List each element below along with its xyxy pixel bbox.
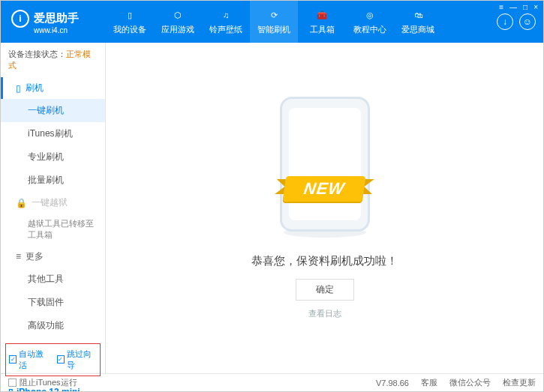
top-nav: ▯我的设备⬡应用游戏♫铃声壁纸⟳智能刷机🧰工具箱◎教程中心🛍爱思商城 bbox=[106, 1, 497, 43]
service-link[interactable]: 客服 bbox=[421, 377, 437, 388]
nav-toolbox[interactable]: 🧰工具箱 bbox=[298, 1, 346, 43]
block-itunes-checkbox[interactable]: 阻止iTunes运行 bbox=[8, 377, 77, 388]
sidebar-item-more-2[interactable]: 高级功能 bbox=[1, 314, 105, 337]
nav-label: 工具箱 bbox=[310, 24, 335, 35]
app-title: 爱思助手 bbox=[34, 11, 79, 25]
download-icon[interactable]: ↓ bbox=[497, 13, 513, 30]
window-controls: ≡ — □ × bbox=[499, 3, 538, 11]
skip-guide-checkbox[interactable]: ✓跳过向导 bbox=[57, 349, 98, 371]
jailbreak-note: 越狱工具已转移至 工具箱 bbox=[1, 214, 105, 246]
logo: i 爱思助手 www.i4.cn bbox=[1, 10, 106, 34]
tutorial-icon: ◎ bbox=[363, 8, 377, 22]
auto-activate-checkbox[interactable]: ✓自动激活 bbox=[9, 349, 50, 371]
maximize-icon[interactable]: □ bbox=[523, 3, 527, 11]
ringtone-icon: ♫ bbox=[219, 8, 233, 22]
nav-flash[interactable]: ⟳智能刷机 bbox=[250, 1, 298, 43]
flash-icon: ⟳ bbox=[267, 8, 281, 22]
main-content: NEW 恭喜您，保资料刷机成功啦！ 确定 查看日志 bbox=[106, 43, 543, 373]
section-more[interactable]: ≡ 更多 bbox=[1, 246, 105, 268]
user-icon[interactable]: ☺ bbox=[519, 13, 536, 30]
sidebar-item-flash-1[interactable]: iTunes刷机 bbox=[1, 122, 105, 145]
section-jailbreak[interactable]: 🔒 一键越狱 bbox=[1, 192, 105, 214]
option-checks: ✓自动激活 ✓跳过向导 bbox=[5, 343, 101, 376]
sidebar: 设备连接状态：正常模式 ▯ 刷机 一键刷机iTunes刷机专业刷机批量刷机 🔒 … bbox=[1, 43, 106, 373]
minimize-icon[interactable]: — bbox=[509, 3, 517, 11]
close-icon[interactable]: × bbox=[533, 3, 538, 11]
section-flash-title: 刷机 bbox=[26, 82, 44, 94]
sidebar-item-flash-0[interactable]: 一键刷机 bbox=[1, 99, 105, 122]
store-icon: 🛍 bbox=[411, 8, 425, 22]
phone-illustration bbox=[280, 97, 370, 232]
success-message: 恭喜您，保资料刷机成功啦！ bbox=[251, 254, 398, 268]
list-icon: ≡ bbox=[16, 251, 21, 262]
nav-label: 我的设备 bbox=[113, 24, 146, 35]
sidebar-item-more-1[interactable]: 下载固件 bbox=[1, 291, 105, 314]
section-flash[interactable]: ▯ 刷机 bbox=[1, 77, 105, 99]
toolbox-icon: 🧰 bbox=[315, 8, 329, 22]
logo-icon: i bbox=[11, 10, 29, 28]
nav-phone[interactable]: ▯我的设备 bbox=[106, 1, 154, 43]
header: i 爱思助手 www.i4.cn ▯我的设备⬡应用游戏♫铃声壁纸⟳智能刷机🧰工具… bbox=[1, 1, 543, 43]
nav-label: 教程中心 bbox=[353, 24, 386, 35]
conn-label: 设备连接状态： bbox=[8, 49, 66, 58]
nav-ringtone[interactable]: ♫铃声壁纸 bbox=[202, 1, 250, 43]
nav-label: 铃声壁纸 bbox=[209, 24, 242, 35]
phone-icon: ▯ bbox=[16, 83, 21, 94]
nav-label: 智能刷机 bbox=[257, 24, 290, 35]
check-update-link[interactable]: 检查更新 bbox=[503, 377, 536, 388]
block-itunes-label: 阻止iTunes运行 bbox=[20, 377, 77, 388]
nav-tutorial[interactable]: ◎教程中心 bbox=[346, 1, 394, 43]
sidebar-item-flash-2[interactable]: 专业刷机 bbox=[1, 145, 105, 169]
ok-button[interactable]: 确定 bbox=[296, 279, 354, 301]
view-log-link[interactable]: 查看日志 bbox=[308, 308, 341, 319]
lock-icon: 🔒 bbox=[16, 198, 27, 208]
app-url: www.i4.cn bbox=[34, 26, 98, 34]
apps-icon: ⬡ bbox=[171, 8, 185, 22]
connection-status: 设备连接状态：正常模式 bbox=[1, 43, 105, 77]
auto-activate-label: 自动激活 bbox=[19, 349, 49, 371]
wechat-link[interactable]: 微信公众号 bbox=[449, 377, 491, 388]
menu-icon[interactable]: ≡ bbox=[499, 3, 503, 11]
header-right: ↓ ☺ bbox=[497, 13, 543, 30]
new-banner: NEW bbox=[283, 176, 366, 202]
version-label: V7.98.66 bbox=[376, 379, 409, 388]
nav-store[interactable]: 🛍爱思商城 bbox=[394, 1, 442, 43]
nav-label: 应用游戏 bbox=[161, 24, 194, 35]
section-more-title: 更多 bbox=[26, 250, 44, 263]
section-jailbreak-title: 一键越狱 bbox=[32, 196, 68, 209]
nav-apps[interactable]: ⬡应用游戏 bbox=[154, 1, 202, 43]
sidebar-item-flash-3[interactable]: 批量刷机 bbox=[1, 169, 105, 192]
sidebar-item-more-0[interactable]: 其他工具 bbox=[1, 268, 105, 291]
nav-label: 爱思商城 bbox=[401, 24, 434, 35]
phone-icon: ▯ bbox=[123, 8, 137, 22]
skip-guide-label: 跳过向导 bbox=[67, 349, 97, 371]
